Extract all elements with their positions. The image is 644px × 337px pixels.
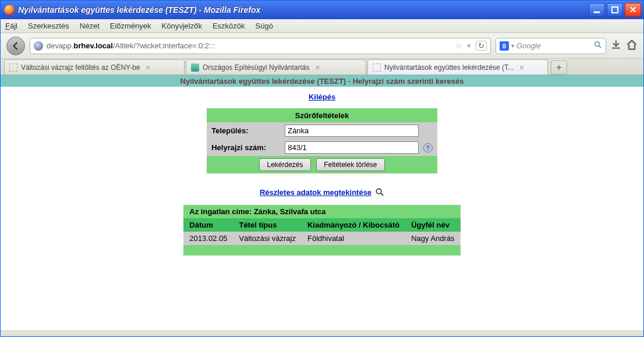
- svg-rect-1: [612, 7, 618, 13]
- google-icon: 8: [500, 41, 509, 51]
- details-link[interactable]: Részletes adatok megtekintése: [260, 188, 371, 197]
- input-lotnumber[interactable]: [285, 141, 419, 154]
- browser-window: Nyilvántartások együttes lekérdezése (TE…: [0, 0, 644, 337]
- tab-1-close-icon[interactable]: ×: [146, 63, 150, 72]
- col-type: Tétel típus: [233, 218, 302, 232]
- menu-bookmarks[interactable]: Könyvjelzők: [162, 22, 202, 30]
- svg-point-2: [595, 42, 600, 47]
- filter-form: Szűrőfeltételek Település: Helyrajzi szá…: [207, 108, 437, 173]
- globe-icon: [34, 41, 43, 51]
- tab-1-label: Változási vázrajz feltöltés az OÉNY-be: [21, 63, 140, 72]
- cell-client: Nagy András: [405, 232, 460, 245]
- menu-view[interactable]: Nézet: [80, 22, 100, 30]
- tab-favicon-placeholder-icon: [9, 63, 17, 72]
- filter-title: Szűrőfeltételek: [207, 108, 437, 122]
- close-button[interactable]: ✕: [625, 3, 641, 17]
- reload-icon[interactable]: ↻: [476, 41, 487, 51]
- result-footer: [183, 245, 460, 256]
- tab-2[interactable]: Országos Építésügyi Nyilvántartás ×: [186, 59, 366, 75]
- menu-bar: Fájl Szerkesztés Nézet Előzmények Könyvj…: [1, 19, 643, 33]
- search-bar[interactable]: 8 ▾ Google: [496, 38, 606, 54]
- tab-2-label: Országos Építésügyi Nyilvántartás: [203, 63, 309, 72]
- cell-date: 2013.02.05: [183, 232, 233, 245]
- query-button[interactable]: Lekérdezés: [259, 158, 310, 171]
- tab-3-label: Nyilvántartások együttes lekérdezése (T.…: [384, 63, 514, 72]
- svg-rect-0: [594, 12, 600, 13]
- firefox-icon: [4, 5, 15, 15]
- cell-type: Változási vázrajz: [233, 232, 302, 245]
- logout-link[interactable]: Kilépés: [309, 93, 335, 101]
- title-bar: Nyilvántartások együttes lekérdezése (TE…: [1, 1, 643, 19]
- new-tab-button[interactable]: +: [551, 61, 567, 75]
- menu-file[interactable]: Fájl: [5, 22, 17, 30]
- svg-line-3: [599, 46, 601, 48]
- tab-1[interactable]: Változási vázrajz feltöltés az OÉNY-be ×: [4, 59, 185, 75]
- clear-button[interactable]: Feltételek törlése: [316, 158, 384, 171]
- tab-bar: Változási vázrajz feltöltés az OÉNY-be ×…: [1, 59, 643, 75]
- col-date: Dátum: [183, 218, 233, 232]
- table-row: 2013.02.05 Változási vázrajz Földhivatal…: [183, 232, 460, 245]
- col-issuer: Kiadmányozó / Kibocsátó: [302, 218, 405, 232]
- url-bar[interactable]: devapp.brhev.local/Altlek/?wicket:interf…: [30, 38, 491, 54]
- cell-issuer: Földhivatal: [302, 232, 405, 245]
- label-lotnumber: Helyrajzi szám:: [207, 139, 280, 156]
- svg-point-4: [376, 189, 381, 193]
- page-content: Nyilvántartások együttes lekérdezése (TE…: [1, 75, 643, 331]
- minimize-button[interactable]: [589, 3, 605, 17]
- nav-bar: devapp.brhev.local/Altlek/?wicket:interf…: [1, 33, 643, 59]
- tab-favicon-placeholder-icon: [373, 63, 381, 72]
- tab-3-close-icon[interactable]: ×: [519, 63, 524, 72]
- menu-edit[interactable]: Szerkesztés: [28, 22, 69, 30]
- page-title: Nyilvántartások együttes lekérdezése (TE…: [1, 75, 643, 87]
- input-settlement[interactable]: [285, 125, 419, 137]
- result-title: Az ingatlan címe: Zánka, Szilvafa utca: [183, 205, 460, 218]
- tab-2-close-icon[interactable]: ×: [315, 63, 320, 72]
- search-magnifier-icon[interactable]: [594, 41, 602, 51]
- window-title: Nyilvántartások együttes lekérdezése (TE…: [18, 5, 589, 15]
- col-client: Ügyfél név: [405, 218, 460, 232]
- magnifier-icon[interactable]: [375, 187, 384, 197]
- result-table: Az ingatlan címe: Zánka, Szilvafa utca D…: [183, 205, 460, 256]
- maximize-button[interactable]: [607, 3, 623, 17]
- menu-help[interactable]: Súgó: [256, 22, 273, 30]
- home-icon[interactable]: [626, 39, 638, 52]
- dropdown-icon[interactable]: ▾: [467, 41, 471, 50]
- tab-favicon-icon: [191, 63, 199, 72]
- status-bar: [1, 331, 643, 336]
- search-engine-caret-icon[interactable]: ▾: [511, 42, 514, 49]
- url-text: devapp.brhev.local/Altlek/?wicket:interf…: [47, 41, 455, 50]
- downloads-icon[interactable]: [611, 40, 621, 52]
- tab-3-active[interactable]: Nyilvántartások együttes lekérdezése (T.…: [367, 59, 548, 75]
- bookmark-star-icon[interactable]: ☆: [455, 41, 462, 50]
- menu-tools[interactable]: Eszközök: [213, 22, 245, 30]
- label-settlement: Település:: [207, 122, 280, 139]
- help-icon[interactable]: ?: [423, 143, 433, 152]
- menu-history[interactable]: Előzmények: [110, 22, 151, 30]
- svg-line-5: [381, 193, 383, 195]
- back-button[interactable]: [6, 37, 25, 55]
- search-placeholder: Google: [516, 41, 594, 50]
